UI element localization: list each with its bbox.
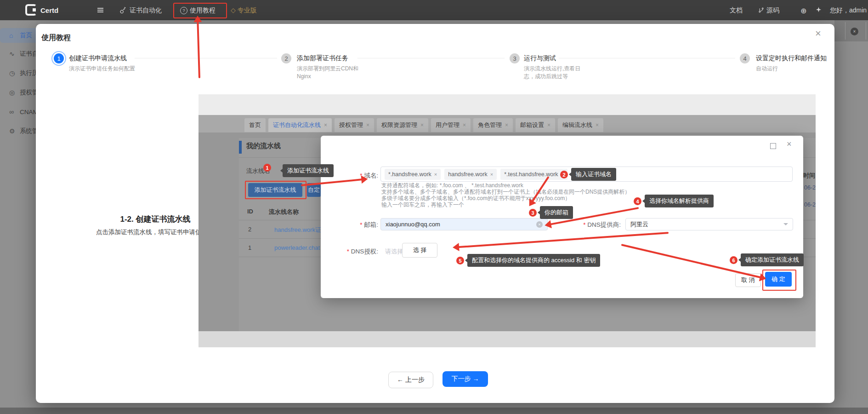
nav-pro-edition[interactable]: ◇ 专业版 [231, 6, 257, 15]
step-desc: 自动运行 [756, 65, 829, 73]
sidebar-item-home[interactable]: ⌂首页 [0, 28, 36, 43]
dns-provider-select: 阿里云 [625, 218, 793, 230]
chart-icon: ∿ [9, 50, 16, 58]
modal-close-icon[interactable]: × [815, 28, 821, 40]
dns-auth-select-button: 选 择 [402, 243, 437, 258]
nav-source-code[interactable]: 源码 [766, 6, 779, 15]
home-icon: ⌂ [9, 32, 16, 39]
sidebar-item-cert-automation[interactable]: ∿证书自 [0, 46, 36, 61]
step-1-circle: 1 [54, 53, 64, 63]
tab-roles: 角色管理 [473, 118, 513, 132]
page-footer-band [0, 408, 868, 414]
screenshot-footer-strip [199, 331, 816, 347]
tab-users: 用户管理 [431, 118, 471, 132]
email-value: xiaojunnuo@qq.com [386, 221, 440, 228]
step-desc: 演示证书申请任务如何配置 [69, 65, 138, 73]
nav-cert-automation[interactable]: 证书自动化 [130, 6, 162, 15]
step-3-circle: 3 [510, 53, 520, 63]
tab-authorization: 授权管理 [335, 118, 374, 132]
tab-divider [866, 22, 866, 40]
dns-provider-value: 阿里云 [630, 220, 648, 229]
step-title: 设置定时执行和邮件通知 [756, 54, 829, 63]
sidebar-item-authorization[interactable]: ◎授权管 [0, 85, 36, 100]
annotation-tooltip-4: 选择你域名解析提供商 [645, 195, 714, 207]
app-header: Certd 证书自动化 ? 使用教程 ◇ 专业版 文档 源码 ⊕ 您好，admi… [0, 0, 868, 20]
step-4: 设置定时执行和邮件通知 自动运行 [756, 54, 829, 73]
step-connector [559, 58, 735, 58]
pipeline-link: powerleader.chat [274, 244, 321, 251]
row-id: 1 [248, 244, 251, 251]
col-header-name: 流水线名称 [269, 208, 299, 216]
domain-tag: *.handsfree.work [385, 169, 441, 180]
clear-icon: × [536, 221, 543, 228]
domain-help-4: 输入一个回车之后，再输入下一个 [381, 201, 464, 208]
next-step-button[interactable]: 下一步 → [443, 371, 488, 387]
prev-step-button[interactable]: ← 上一步 [388, 372, 433, 388]
sidebar: ⌂首页 ∿证书自 ◷执行历 ◎授权管 ∞CNAME ⚙系统管 [0, 20, 36, 414]
col-header-time: 时间 [803, 172, 815, 180]
dialog-close-icon: × [787, 139, 792, 149]
step-desc: 演示部署到阿里云CDN和Nginx [297, 65, 368, 80]
sidebar-item-system[interactable]: ⚙系统管 [0, 124, 36, 138]
dns-auth-placeholder: 请选择 [385, 247, 403, 256]
annotation-tooltip-2: 输入证书域名 [571, 168, 616, 181]
sidebar-collapse-icon[interactable] [97, 7, 103, 13]
row-time: 06-2 [804, 184, 816, 191]
row-id: 2 [248, 226, 251, 233]
tab-home: 首页 [244, 118, 266, 132]
annotation-tooltip-3: 你的邮箱 [540, 206, 573, 219]
screenshot-tab-bar: 首页 证书自动化流水线 授权管理 权限资源管理 用户管理 角色管理 邮箱设置 编… [199, 115, 816, 132]
tabs-close-all-icon[interactable]: × [851, 28, 858, 35]
sidebar-item-history[interactable]: ◷执行历 [0, 66, 36, 80]
screenshot-header-strip [199, 94, 816, 115]
sparkle-icon[interactable] [815, 6, 822, 15]
step-1: 创建证书申请流水线 演示证书申请任务如何配置 [69, 54, 138, 73]
sidebar-item-cname[interactable]: ∞CNAME [0, 104, 36, 119]
tutorial-step-body: 点击添加证书流水线，填写证书申请信息 [86, 228, 217, 236]
email-field-label: 邮箱: [330, 221, 378, 229]
step-title: 创建证书申请流水线 [69, 54, 138, 63]
step-connector [357, 58, 505, 58]
link-icon: ∞ [9, 108, 16, 115]
annotation-badge-2: 2 [560, 171, 568, 178]
annotation-badge-6: 6 [730, 256, 738, 264]
step-2-circle: 2 [281, 53, 291, 63]
domain-field-label: 域名: [330, 172, 378, 180]
tutorial-modal: 使用教程 × 1 创建证书申请流水线 演示证书申请任务如何配置 2 添加部署证书… [36, 24, 834, 403]
step-desc: 演示流水线运行,查看日志，成功后跳过等 [524, 65, 590, 80]
git-branch-icon [758, 7, 764, 15]
user-greeting[interactable]: 您好，admin [830, 6, 868, 15]
app-logo-text: Certd [40, 6, 58, 14]
pipeline-card-title: 我的流水线 [246, 142, 281, 150]
domain-tag: *.test.handsfree.work [500, 169, 567, 180]
tab-permission: 权限资源管理 [377, 118, 428, 132]
col-header-id: ID [247, 208, 253, 215]
globe-icon[interactable]: ⊕ [800, 6, 806, 15]
row-time: 06-2 [804, 201, 816, 208]
annotation-box-add-button [245, 181, 306, 199]
annotation-tooltip-5: 配置和选择你的域名提供商的 accessid 和 密钥 [467, 254, 600, 267]
card-accent-bar [239, 141, 242, 154]
domain-help-2: 支持多个域名、多个子域名、多个通配符域名打到一个证书上（域名必须是在同一个DNS… [381, 189, 630, 195]
nav-docs[interactable]: 文档 [730, 6, 743, 15]
key-icon [119, 7, 126, 15]
tab-email-settings: 邮箱设置 [516, 118, 555, 132]
target-icon: ◎ [9, 89, 16, 96]
dns-auth-label: DNS授权: [330, 247, 378, 256]
pipeline-link: handsfree.work证 [274, 226, 321, 234]
annotation-badge-5: 5 [456, 257, 464, 264]
domain-help-3: 多级子域名要分成多个域名输入（*.foo.com的证书不能用于xxx.yyy.f… [381, 195, 570, 201]
step-connector [135, 58, 277, 58]
tab-cert-pipeline: 证书自动化流水线 [268, 118, 332, 132]
annotation-tooltip-6: 确定添加证书流水线 [741, 253, 804, 266]
step-title: 添加部署证书任务 [297, 54, 368, 63]
email-input: xiaojunnuo@qq.com × [380, 218, 548, 230]
annotation-tooltip-1: 添加证书流水线 [283, 164, 334, 177]
step-4-circle: 4 [740, 53, 750, 63]
tab-divider [845, 22, 845, 40]
gear-icon: ⚙ [9, 127, 16, 135]
domain-help-1: 支持通配符域名，例如: *.foo.com 、 *.test.handsfree… [381, 182, 523, 189]
chevron-down-icon [783, 223, 788, 225]
annotation-badge-1: 1 [263, 164, 271, 172]
tutorial-step-heading: 1-2. 创建证书流水线 [109, 214, 201, 224]
